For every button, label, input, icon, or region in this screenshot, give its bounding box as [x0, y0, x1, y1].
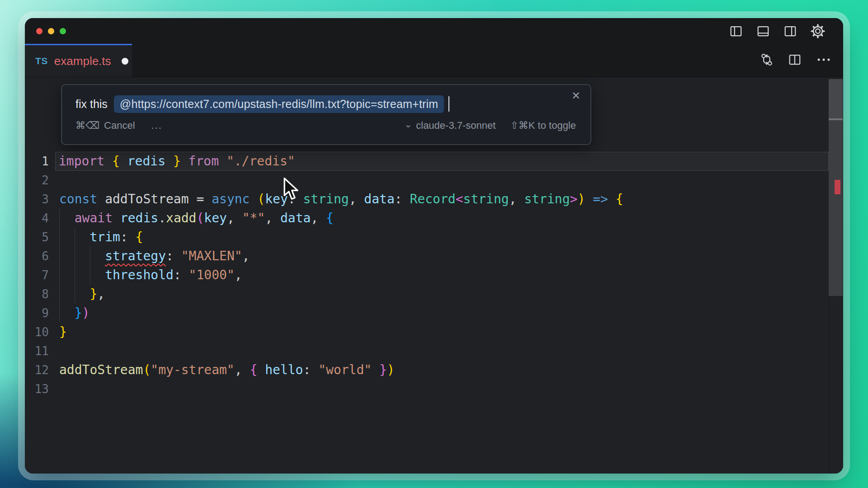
code-text: threshold: "1000", [59, 266, 828, 285]
code-text: await redis.xadd(key, "*", data, { [59, 209, 828, 228]
code-line-2[interactable]: 2 [25, 171, 843, 190]
code-text: }, [59, 285, 828, 304]
code-text [59, 342, 828, 361]
code-text: strategy: "MAXLEN", [59, 247, 828, 266]
mouse-cursor [282, 177, 300, 203]
close-window-button[interactable] [36, 28, 42, 34]
traffic-lights [25, 28, 66, 34]
code-line-3[interactable]: 3const addToStream = async (key: string,… [25, 190, 843, 209]
code-line-13[interactable]: 13 [25, 380, 843, 399]
code-text: }) [59, 304, 828, 323]
line-number: 13 [25, 380, 59, 399]
scrollbar-thumb[interactable] [829, 79, 843, 118]
code-text: } [59, 323, 828, 342]
line-number: 7 [25, 266, 59, 285]
split-editor-icon[interactable] [788, 53, 802, 68]
minimize-window-button[interactable] [48, 28, 54, 34]
code-line-8[interactable]: 8 }, [25, 285, 843, 304]
tab-example-ts[interactable]: TS example.ts [25, 44, 132, 77]
chevron-down-icon: ⌄ [404, 119, 412, 130]
line-number: 11 [25, 342, 59, 361]
cancel-label: Cancel [104, 120, 135, 131]
more-actions-icon[interactable] [816, 53, 831, 68]
open-changes-icon[interactable] [760, 53, 774, 68]
text-caret [448, 96, 449, 112]
line-number: 6 [25, 247, 59, 266]
code-text [59, 380, 828, 399]
code-text: const addToStream = async (key: string, … [59, 190, 828, 209]
prompt-text[interactable]: fix this [75, 98, 108, 111]
unsaved-changes-dot[interactable] [122, 58, 128, 65]
code-line-11[interactable]: 11 [25, 342, 843, 361]
ts-file-icon: TS [35, 56, 48, 66]
line-number: 2 [25, 171, 59, 190]
code-line-6[interactable]: 6 strategy: "MAXLEN", [25, 247, 843, 266]
editor-window: TS example.ts [25, 18, 843, 474]
settings-gear-icon[interactable] [811, 24, 825, 38]
code-text: trim: { [59, 228, 828, 247]
line-number: 10 [25, 323, 59, 342]
overview-ruler-error-marker [835, 180, 840, 194]
cancel-shortcut: ⌘⌫ [75, 120, 99, 131]
code-text: addToStream("my-stream", { hello: "world… [59, 361, 828, 380]
line-number: 5 [25, 228, 59, 247]
close-icon[interactable]: ✕ [571, 90, 580, 101]
line-number: 1 [25, 152, 59, 171]
line-number: 8 [25, 285, 59, 304]
scrollbar-thumb-lower[interactable] [829, 120, 843, 296]
code-lines: 1import { redis } from "./redis"23const … [25, 152, 843, 399]
code-line-7[interactable]: 7 threshold: "1000", [25, 266, 843, 285]
code-line-4[interactable]: 4 await redis.xadd(key, "*", data, { [25, 209, 843, 228]
model-selector[interactable]: ⌄ claude-3.7-sonnet [404, 120, 495, 131]
titlebar [25, 18, 843, 44]
more-options-button[interactable]: ... [151, 120, 162, 131]
tab-filename: example.ts [54, 54, 111, 68]
model-name: claude-3.7-sonnet [416, 120, 495, 131]
toggle-shortcut-hint: ⇧⌘K to toggle [510, 120, 576, 131]
toggle-secondary-sidebar-icon[interactable] [783, 24, 797, 38]
line-number: 4 [25, 209, 59, 228]
line-number: 9 [25, 304, 59, 323]
code-line-9[interactable]: 9 }) [25, 304, 843, 323]
toggle-primary-sidebar-icon[interactable] [729, 24, 743, 38]
code-line-10[interactable]: 10} [25, 323, 843, 342]
code-line-1[interactable]: 1import { redis } from "./redis" [25, 152, 843, 171]
line-number: 12 [25, 361, 59, 380]
toggle-panel-icon[interactable] [756, 24, 770, 38]
tab-bar: TS example.ts [25, 44, 843, 77]
code-line-12[interactable]: 12addToStream("my-stream", { hello: "wor… [25, 361, 843, 380]
inline-edit-widget: fix this @https://context7.com/upstash-r… [61, 84, 591, 145]
code-text [59, 171, 828, 190]
code-line-5[interactable]: 5 trim: { [25, 228, 843, 247]
code-text: import { redis } from "./redis" [55, 152, 829, 171]
zoom-window-button[interactable] [60, 28, 66, 34]
context-url-pill[interactable]: @https://context7.com/upstash-redis/llm.… [114, 95, 444, 113]
line-number: 3 [25, 190, 59, 209]
cancel-button[interactable]: ⌘⌫ Cancel [75, 120, 135, 131]
